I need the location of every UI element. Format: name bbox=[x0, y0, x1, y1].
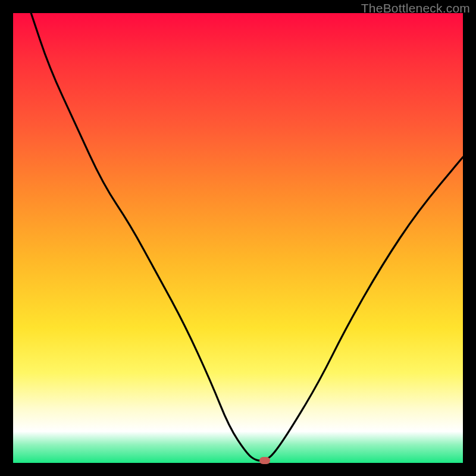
bottleneck-curve bbox=[13, 13, 463, 463]
chart-stage: TheBottleneck.com bbox=[0, 0, 476, 476]
plot-area bbox=[13, 13, 463, 463]
watermark-text: TheBottleneck.com bbox=[361, 1, 470, 15]
optimal-point-marker bbox=[259, 457, 270, 464]
